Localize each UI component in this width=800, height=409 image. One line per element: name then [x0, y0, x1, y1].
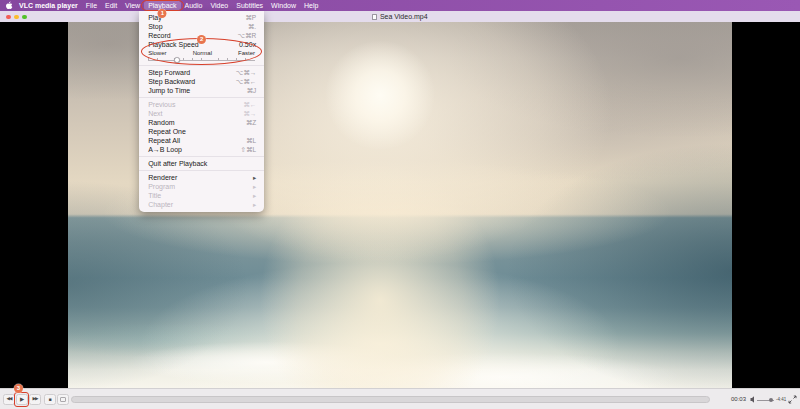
menubar-item-subtitles[interactable]: Subtitles — [232, 0, 267, 11]
menu-item-ab-loop[interactable]: A→B Loop ⇧⌘L — [139, 145, 264, 154]
menu-item-stop[interactable]: Stop ⌘. — [139, 22, 264, 31]
menu-separator — [139, 170, 264, 171]
menubar-item-playback[interactable]: Playback 1 Play ⌘P Stop ⌘. Record ⌥⌘R — [144, 1, 180, 10]
menubar-item-edit[interactable]: Edit — [101, 0, 121, 11]
annotation-box-play — [14, 392, 29, 407]
rewind-icon: ◀◀ — [7, 397, 12, 402]
menu-separator — [139, 97, 264, 98]
menu-item-title: Title ▸ — [139, 191, 264, 200]
menu-item-step-forward[interactable]: Step Forward ⌥⌘→ — [139, 68, 264, 77]
elapsed-time: 00:03 — [731, 396, 746, 402]
annotation-badge-1: 1 — [158, 9, 167, 18]
fast-forward-icon: ▶▶ — [33, 397, 38, 402]
annotation-badge-3: 3 — [14, 384, 23, 393]
minimize-window-button[interactable] — [14, 15, 19, 20]
control-bar: ◀◀ ▶ ▶▶ ■ 00:03 -4:41 — [0, 388, 800, 409]
submenu-arrow-icon: ▸ — [253, 174, 256, 182]
stop-icon: ■ — [48, 397, 51, 402]
submenu-arrow-icon: ▸ — [253, 183, 256, 191]
menu-item-random[interactable]: Random ⌘Z — [139, 118, 264, 127]
playback-speed-value: 0.50x — [239, 41, 256, 48]
menubar-item-audio[interactable]: Audio — [181, 0, 207, 11]
window-title: Sea Video.mp4 — [380, 13, 428, 20]
stop-button[interactable]: ■ — [44, 394, 56, 405]
menu-item-renderer[interactable]: Renderer ▸ — [139, 173, 264, 182]
menu-item-next: Next ⌘→ — [139, 109, 264, 118]
menu-item-step-backward[interactable]: Step Backward ⌥⌘← — [139, 77, 264, 86]
speed-slider[interactable] — [148, 56, 255, 63]
speed-scale-labels: Slower Normal Faster — [139, 49, 264, 56]
menu-item-previous: Previous ⌘← — [139, 100, 264, 109]
menu-separator — [139, 156, 264, 157]
submenu-arrow-icon: ▸ — [253, 201, 256, 209]
seek-slider[interactable] — [71, 396, 710, 403]
volume-control[interactable] — [750, 395, 776, 404]
menubar: VLC media player File Edit View Playback… — [0, 0, 800, 11]
menu-item-chapter: Chapter ▸ — [139, 200, 264, 209]
speed-slider-knob[interactable] — [174, 57, 180, 63]
window-controls — [6, 15, 27, 20]
next-button[interactable]: ▶▶ — [29, 394, 41, 405]
menubar-item-help[interactable]: Help — [300, 0, 322, 11]
menu-separator — [139, 65, 264, 66]
menu-item-program: Program ▸ — [139, 182, 264, 191]
menubar-item-window[interactable]: Window — [267, 0, 300, 11]
remaining-time: -4:41 — [776, 397, 786, 402]
menubar-item-file[interactable]: File — [82, 0, 101, 11]
menubar-app-name[interactable]: VLC media player — [15, 0, 82, 11]
speed-slider-track — [148, 60, 255, 61]
zoom-window-button[interactable] — [22, 15, 27, 20]
playlist-icon — [60, 397, 66, 402]
apple-icon[interactable] — [2, 1, 15, 10]
submenu-arrow-icon: ▸ — [253, 192, 256, 200]
menu-item-repeat-one[interactable]: Repeat One — [139, 127, 264, 136]
menubar-item-video[interactable]: Video — [206, 0, 232, 11]
vlc-window: VLC media player File Edit View Playback… — [0, 0, 800, 409]
playlist-button[interactable] — [57, 394, 69, 405]
menu-item-repeat-all[interactable]: Repeat All ⌘L — [139, 136, 264, 145]
close-window-button[interactable] — [6, 15, 11, 20]
titlebar: Sea Video.mp4 — [0, 11, 800, 22]
document-icon — [372, 14, 377, 20]
playback-menu: Play ⌘P Stop ⌘. Record ⌥⌘R 2 Playback Sp… — [139, 11, 264, 212]
volume-knob[interactable] — [769, 398, 773, 402]
menu-item-jump-to-time[interactable]: Jump to Time ⌘J — [139, 86, 264, 95]
playback-speed-section: 2 Playback Speed 0.50x Slower Normal Fas… — [139, 40, 264, 63]
video-area — [0, 22, 800, 388]
fullscreen-icon[interactable] — [788, 395, 797, 404]
speaker-icon — [750, 395, 756, 404]
menu-item-quit-after-playback[interactable]: Quit after Playback — [139, 159, 264, 168]
